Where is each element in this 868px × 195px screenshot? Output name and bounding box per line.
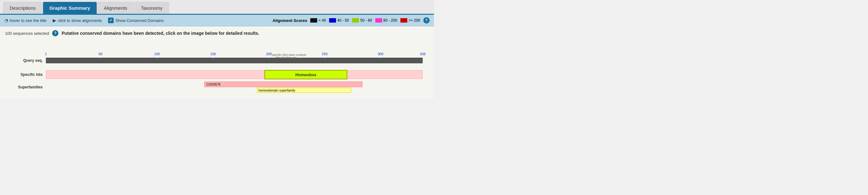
chevron-7: ⌃ <box>297 57 299 61</box>
click-label: click to show alignments <box>58 18 102 23</box>
chevron-group: ⌃ ⌃ ⌃ ⌃ ⌃ ⌃ ⌃ ⌃ <box>279 57 302 61</box>
conserved-domains-checkbox[interactable]: ✓ <box>108 17 114 23</box>
homeodomain-bar[interactable]: homeodomain superfamily <box>257 88 351 93</box>
query-seq-label: Query seq. <box>14 58 46 63</box>
score-box-0 <box>310 18 317 23</box>
score-item-1: 40 - 50 <box>329 18 349 23</box>
sequences-row: 100 sequences selected ? Putative conser… <box>5 30 429 36</box>
score-box-2 <box>352 18 359 23</box>
score-label-2: 50 - 80 <box>360 18 372 23</box>
hover-label: hover to see the title <box>10 18 46 23</box>
tab-bar: Descriptions Graphic Summary Alignments … <box>0 0 434 15</box>
ruler-row: 1 50 100 150 200 250 300 338 <box>46 39 423 52</box>
hover-hint: ◔ hover to see the title <box>4 18 46 23</box>
superfamilies-track: COG5576 homeodomain superfamily <box>46 81 423 93</box>
graphic-area: 1 50 100 150 200 250 300 338 <box>14 39 429 93</box>
superfamilies-row: Superfamilies COG5576 homeodomain superf… <box>14 81 429 93</box>
main-content: 100 sequences selected ? Putative conser… <box>0 26 434 99</box>
show-conserved-label: Show Conserved Domains <box>115 18 164 23</box>
chevron-1: ⌃ <box>279 57 282 61</box>
score-label-3: 80 - 200 <box>383 18 397 23</box>
score-label-1: 40 - 50 <box>337 18 349 23</box>
superfamilies-label: Superfamilies <box>14 85 46 89</box>
tab-graphic-summary[interactable]: Graphic Summary <box>43 2 97 14</box>
query-seq-track: specific DNA base contacts DNA binding s… <box>46 53 423 68</box>
specific-hits-row: Specific hits Homeobox <box>14 70 429 80</box>
chevron-6: ⌃ <box>293 57 297 61</box>
homeobox-label: Homeobox <box>295 72 316 77</box>
toolbar: ◔ hover to see the title ▶ click to show… <box>0 15 434 26</box>
show-conserved-domains[interactable]: ✓ Show Conserved Domains <box>108 17 164 23</box>
score-item-3: 80 - 200 <box>375 18 397 23</box>
score-item-4: >= 200 <box>400 18 420 23</box>
scores-help-button[interactable]: ? <box>423 17 430 24</box>
cog-bar[interactable]: COG5576 <box>204 81 363 87</box>
sequences-selected-text: 100 sequences selected <box>5 31 49 36</box>
chevron-2: ⌃ <box>282 57 285 61</box>
score-box-3 <box>375 18 382 23</box>
click-hint: ▶ click to show alignments <box>53 18 102 23</box>
notice-text: Putative conserved domains have been det… <box>62 31 259 36</box>
hover-icon: ◔ <box>4 18 8 23</box>
homeodomain-label: homeodomain superfamily <box>258 89 295 92</box>
score-label-4: >= 200 <box>409 18 420 23</box>
tab-taxonomy[interactable]: Taxonomy <box>134 2 169 14</box>
chevron-3: ⌃ <box>285 57 288 61</box>
score-box-1 <box>329 18 336 23</box>
tab-descriptions[interactable]: Descriptions <box>3 2 42 14</box>
specific-hits-bg <box>46 70 423 79</box>
sequences-help-button[interactable]: ? <box>52 30 58 36</box>
specific-hits-track: Homeobox <box>46 70 423 80</box>
score-item-0: < 40 <box>310 18 326 23</box>
score-box-4 <box>400 18 407 23</box>
alignment-scores-label: Alignment Scores <box>273 18 307 23</box>
query-bar <box>46 58 423 63</box>
specific-hits-label: Specific hits <box>14 72 46 77</box>
alignment-scores-section: Alignment Scores < 40 40 - 50 50 - 80 80… <box>273 17 430 24</box>
cog-label: COG5576 <box>206 83 220 86</box>
chevron-5: ⌃ <box>291 57 293 61</box>
click-icon: ▶ <box>53 18 56 23</box>
homeobox-box[interactable]: Homeobox <box>265 70 347 79</box>
score-item-2: 50 - 80 <box>352 18 372 23</box>
chevron-4: ⌃ <box>288 57 291 61</box>
tab-alignments[interactable]: Alignments <box>97 2 134 14</box>
query-seq-row: Query seq. specific DNA base contacts DN… <box>14 53 429 68</box>
chevron-8: ⌃ <box>299 57 302 61</box>
score-label-0: < 40 <box>318 18 326 23</box>
